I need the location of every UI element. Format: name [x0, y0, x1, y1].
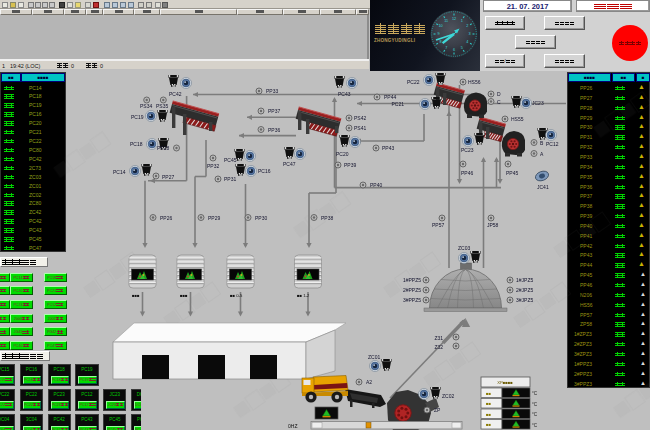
svg-text:A2: A2: [366, 379, 372, 385]
svg-text:PC12: PC12: [546, 141, 559, 147]
svg-text:■□■□: ■□■□: [46, 124, 115, 185]
svg-text:JP58: JP58: [487, 222, 499, 228]
svg-text:ZP: ZP: [434, 407, 441, 413]
svg-text:■■ 0-5: ■■ 0-5: [230, 293, 243, 298]
svg-text:PC42: PC42: [169, 91, 182, 97]
svg-text:■■■: ■■■: [180, 293, 188, 298]
svg-text:ZC01: ZC01: [368, 354, 380, 360]
svg-text:PP45: PP45: [506, 170, 518, 176]
svg-text:PC21: PC21: [391, 101, 404, 107]
svg-text:HS56: HS56: [468, 79, 481, 85]
svg-text:D: D: [497, 91, 501, 97]
svg-text:PC18: PC18: [130, 141, 143, 147]
svg-text:■□■□: ■□■□: [416, 334, 485, 395]
svg-text:2#PPZ5: 2#PPZ5: [403, 287, 421, 293]
svg-text:■□■□: ■□■□: [546, 204, 615, 265]
svg-text:°C: °C: [532, 412, 538, 417]
svg-text:PC16: PC16: [258, 168, 271, 174]
svg-text:XP■■■■: XP■■■■: [497, 380, 513, 385]
svg-text:PP31: PP31: [224, 176, 236, 182]
svg-text:1#PPZ5: 1#PPZ5: [403, 277, 421, 283]
svg-text:PS34: PS34: [140, 103, 152, 109]
svg-text:°C: °C: [532, 402, 538, 407]
svg-text:PP43: PP43: [382, 145, 394, 151]
svg-text:ZC02: ZC02: [442, 393, 454, 399]
svg-text:HS55: HS55: [511, 116, 524, 122]
svg-text:PP28: PP28: [157, 145, 169, 151]
svg-text:■■: ■■: [486, 412, 492, 417]
svg-text:3#JPZ5: 3#JPZ5: [516, 297, 533, 303]
svg-text:■□■□: ■□■□: [506, 274, 575, 335]
svg-text:■■: ■■: [486, 422, 492, 427]
svg-text:PC20: PC20: [336, 151, 349, 157]
svg-text:°C: °C: [532, 391, 538, 396]
svg-text:■■: ■■: [486, 401, 492, 406]
svg-text:PP57: PP57: [432, 222, 444, 228]
svg-text:■■ 1-2: ■■ 1-2: [297, 293, 310, 298]
svg-text:ZC03: ZC03: [458, 245, 470, 251]
svg-text:■□■□: ■□■□: [586, 84, 650, 145]
svg-text:PP44: PP44: [384, 94, 396, 100]
svg-text:PP27: PP27: [162, 174, 174, 180]
svg-text:PP37: PP37: [268, 108, 280, 114]
svg-text:2#JPZ5: 2#JPZ5: [516, 287, 533, 293]
svg-text:PC22: PC22: [407, 79, 420, 85]
svg-text:PP30: PP30: [255, 215, 267, 221]
svg-text:■■: ■■: [486, 391, 492, 396]
svg-text:PP38: PP38: [321, 215, 333, 221]
svg-text:PC19: PC19: [131, 114, 144, 120]
svg-text:PP26: PP26: [160, 215, 172, 221]
svg-text:PP40: PP40: [370, 182, 382, 188]
svg-text:PS41: PS41: [354, 125, 366, 131]
svg-text:A: A: [540, 151, 544, 157]
svg-text:PP39: PP39: [344, 162, 356, 168]
svg-text:PP32: PP32: [207, 163, 219, 169]
svg-text:PC43: PC43: [338, 91, 351, 97]
svg-text:PP36: PP36: [268, 127, 280, 133]
svg-text:Z31: Z31: [434, 335, 443, 341]
svg-text:PS35: PS35: [156, 103, 168, 109]
svg-text:PC47: PC47: [283, 161, 296, 167]
svg-text:■□■□: ■□■□: [606, 364, 650, 425]
svg-text:JC41: JC41: [537, 184, 549, 190]
svg-text:PP29: PP29: [208, 215, 220, 221]
svg-text:Z32: Z32: [434, 344, 443, 350]
svg-text:°C: °C: [532, 423, 538, 428]
svg-text:1#JPZ5: 1#JPZ5: [516, 277, 533, 283]
svg-text:PC45: PC45: [224, 157, 237, 163]
svg-text:PP46: PP46: [461, 170, 473, 176]
svg-text:PS42: PS42: [354, 115, 366, 121]
svg-text:PC23: PC23: [461, 147, 474, 153]
svg-text:0HZ: 0HZ: [288, 423, 297, 429]
svg-text:PP33: PP33: [266, 88, 278, 94]
svg-text:■■■: ■■■: [132, 293, 140, 298]
svg-text:PC14: PC14: [113, 169, 126, 175]
svg-text:JC23: JC23: [532, 100, 544, 106]
svg-text:C: C: [497, 99, 501, 105]
svg-text:3#PPZ5: 3#PPZ5: [403, 297, 421, 303]
